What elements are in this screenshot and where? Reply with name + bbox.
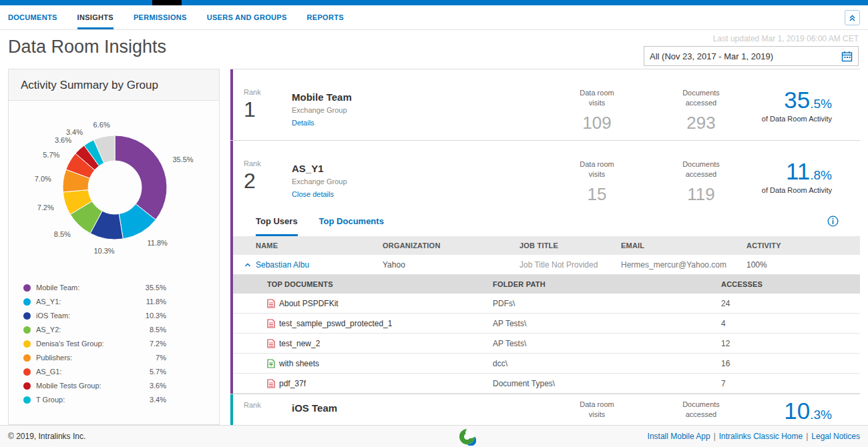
activity-donut-chart: 35.5%11.8%10.3%8.5%7.2%7.0%5.7%3.6%3.4%6…	[9, 101, 219, 277]
close-details-link[interactable]: Close details	[292, 190, 347, 198]
install-mobile-app-link[interactable]: Install Mobile App	[648, 432, 710, 441]
legend-item: Mobile Team: 35.5%	[23, 281, 166, 294]
activity-summary-panel: Activity Summary by Group 35.5%11.8%10.3…	[8, 69, 220, 425]
link-separator: |	[714, 432, 716, 441]
rank-caption: Rank	[244, 401, 261, 409]
legend-dot	[23, 326, 31, 334]
donut-slice-label: 7.0%	[35, 175, 51, 183]
legend-dot	[23, 368, 31, 376]
column-header-activity: ACTIVITY	[746, 242, 860, 250]
tab-top-users[interactable]: Top Users	[256, 205, 298, 236]
document-name[interactable]: About PSPDFKit	[279, 299, 339, 308]
document-row: pdf_37f Document Types\ 7	[230, 374, 860, 394]
percentage-fraction: .8%	[810, 168, 832, 182]
legend-value: 5.7%	[150, 368, 166, 376]
column-header-email: EMAIL	[621, 242, 746, 250]
date-range-select[interactable]: All (Nov 23, 2017 - Mar 1, 2019)	[644, 46, 859, 66]
details-tabs: Top Users Top Documents	[230, 205, 860, 236]
page-footer: © 2019, Intralinks Inc. Install Mobile A…	[0, 425, 868, 447]
groups-ranking-panel: Rank 1 Mobile Team Exchange Group Detail…	[230, 69, 860, 425]
rank-1-group-block: Rank 1 Mobile Team Exchange Group Detail…	[230, 69, 860, 141]
column-header-job-title: JOB TITLE	[519, 242, 621, 250]
document-folder-path: Document Types\	[493, 379, 721, 388]
rank-indicator: Rank	[244, 401, 261, 409]
tab-users-and-groups[interactable]: USERS AND GROUPS	[207, 5, 287, 29]
percentage-fraction: .5%	[810, 97, 832, 111]
rank-caption: Rank	[244, 159, 261, 167]
donut-slice-label: 8.5%	[54, 230, 71, 238]
column-header-folder-path: FOLDER PATH	[493, 280, 721, 288]
percentage-fraction: .3%	[810, 408, 832, 422]
legend-item: T Group: 3.4%	[23, 393, 166, 406]
user-job-title: Job Title Not Provided	[519, 260, 621, 270]
document-folder-path: PDFs\	[493, 299, 721, 308]
legend-value: 10.3%	[146, 312, 166, 320]
legend-label: Mobile Tests Group:	[36, 382, 101, 390]
copyright-text: © 2019, Intralinks Inc.	[8, 426, 85, 447]
group-type: Exchange Group	[292, 106, 352, 114]
top-documents-table-header: TOP DOCUMENTS FOLDER PATH ACCESSES	[230, 275, 860, 294]
legend-dot	[23, 284, 31, 292]
intralinks-logo-icon	[458, 428, 476, 447]
data-room-visits-stat: Data room visits	[554, 400, 640, 420]
document-folder-path: AP Tests\	[493, 319, 721, 328]
user-activity: 100%	[746, 260, 860, 270]
legend-value: 8.5%	[150, 326, 166, 334]
group-name: Mobile Team	[292, 91, 352, 103]
percentage-value: 35	[784, 87, 810, 113]
group-info: AS_Y1 Exchange Group Close details	[292, 163, 347, 198]
user-name-link[interactable]: Sebastian Albu	[256, 260, 383, 270]
legend-value: 35.5%	[146, 284, 166, 292]
document-row: About PSPDFKit PDFs\ 24	[230, 294, 860, 314]
donut-slice-label: 6.6%	[93, 121, 110, 129]
document-accesses: 7	[721, 379, 860, 388]
document-name[interactable]: pdf_37f	[279, 379, 306, 388]
data-room-visits-stat: Data room visits 109	[554, 88, 640, 133]
legend-dot	[23, 298, 31, 306]
pdf-file-icon	[267, 299, 275, 308]
document-name[interactable]: test_new_2	[279, 339, 320, 348]
legend-item: Denisa's Test Group: 7.2%	[23, 337, 166, 350]
rank-caption: Rank	[244, 88, 261, 96]
legend-label: Mobile Team:	[36, 284, 79, 292]
group-name: AS_Y1	[292, 163, 347, 174]
tab-top-documents[interactable]: Top Documents	[319, 205, 384, 236]
tab-permissions[interactable]: PERMISSIONS	[134, 5, 187, 29]
legend-item: Mobile Tests Group: 3.6%	[23, 379, 166, 392]
document-row: with sheets dcc\ 16	[230, 354, 860, 374]
group-details-section: Top Users Top Documents NAME	[230, 205, 860, 394]
info-icon[interactable]	[827, 215, 839, 227]
column-header-top-documents: TOP DOCUMENTS	[267, 280, 493, 288]
percentage-value: 11	[786, 158, 810, 184]
tab-reports[interactable]: REPORTS	[307, 5, 344, 29]
rank-number: 1	[244, 97, 261, 122]
link-separator: |	[806, 432, 808, 441]
top-users-table-header: NAME ORGANIZATION JOB TITLE EMAIL ACTIVI…	[230, 236, 860, 255]
document-name[interactable]: with sheets	[279, 359, 319, 368]
activity-summary-title: Activity Summary by Group	[9, 69, 219, 101]
legend-label: AS_Y1:	[36, 298, 61, 306]
details-link[interactable]: Details	[292, 119, 352, 127]
donut-slice-label: 3.4%	[66, 128, 83, 136]
legend-value: 7%	[156, 354, 166, 362]
tab-insights[interactable]: INSIGHTS	[77, 5, 114, 29]
group-name: iOS Team	[292, 402, 337, 414]
collapse-panel-button[interactable]	[845, 10, 860, 25]
collapse-row-button[interactable]	[244, 261, 256, 269]
legend-item: Publishers: 7%	[23, 351, 166, 364]
stat-value: 15	[554, 184, 640, 205]
main-content: Activity Summary by Group 35.5%11.8%10.3…	[0, 69, 868, 425]
legend-label: AS_Y2:	[36, 326, 61, 334]
rank-indicator: Rank 1	[244, 88, 261, 122]
data-room-visits-stat: Data room visits 15	[554, 159, 640, 205]
document-name[interactable]: test_sample_pswd_protected_1	[279, 319, 392, 328]
donut-slice-label: 3.6%	[55, 136, 71, 144]
legend-item: iOS Team: 10.3%	[23, 309, 166, 322]
pdf-file-icon	[267, 379, 275, 388]
document-folder-path: dcc\	[493, 359, 721, 368]
document-accesses: 4	[721, 319, 860, 328]
intralinks-classic-home-link[interactable]: Intralinks Classic Home	[719, 432, 803, 441]
calendar-icon	[841, 51, 853, 62]
legal-notices-link[interactable]: Legal Notices	[811, 432, 860, 441]
tab-documents[interactable]: DOCUMENTS	[8, 5, 57, 29]
